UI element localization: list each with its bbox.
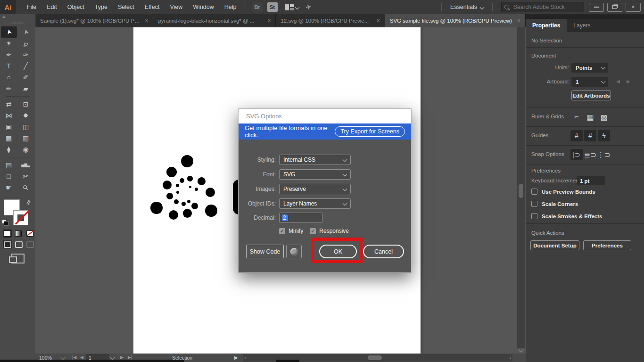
menu-item-edit[interactable]: Edit: [41, 0, 62, 14]
try-export-for-screens-button[interactable]: Try Export for Screens: [335, 126, 405, 137]
chevron-down-icon[interactable]: [295, 5, 299, 9]
scale-corners-checkbox[interactable]: [531, 201, 537, 207]
change-screen-mode-button[interactable]: [11, 254, 25, 263]
menu-item-view[interactable]: View: [165, 0, 188, 14]
use-preview-bounds-checkbox[interactable]: [531, 189, 537, 195]
pen-tool[interactable]: ✒: [1, 49, 17, 60]
document-tab-3[interactable]: 12.svg @ 100% (RGB/GPU Previe...×: [276, 14, 385, 27]
stock-button[interactable]: St: [267, 2, 278, 12]
first-artboard-icon[interactable]: |◀: [72, 355, 76, 360]
horizontal-scrollbar-thumb[interactable]: [368, 355, 382, 360]
search-input[interactable]: [512, 3, 571, 11]
scale-strokes-effects-checkbox[interactable]: [531, 213, 537, 219]
hand-tool[interactable]: ☛: [1, 182, 17, 193]
draw-behind-button[interactable]: [14, 240, 23, 248]
tab-close-icon[interactable]: ×: [145, 17, 148, 24]
menu-item-file[interactable]: File: [22, 0, 41, 14]
column-graph-tool[interactable]: ▅▇▃: [18, 159, 34, 171]
artboard-select-icon[interactable]: [110, 355, 115, 360]
magic-wand-tool[interactable]: ✶: [1, 38, 17, 49]
previous-artboard-icon[interactable]: ◀: [80, 355, 83, 360]
slice-tool[interactable]: ✂: [18, 171, 34, 182]
scroll-right-icon[interactable]: ›: [509, 355, 511, 361]
artboard-select[interactable]: 1: [571, 77, 608, 87]
grid-icon[interactable]: ▦: [584, 111, 596, 123]
puppet-warp-tool[interactable]: ✸: [18, 110, 34, 121]
width-tool[interactable]: ⋈: [1, 110, 17, 121]
type-tool[interactable]: T: [1, 60, 17, 72]
panel-grip[interactable]: ▪▪▪▪▪▪▪: [0, 21, 35, 26]
tab-close-icon[interactable]: ×: [377, 17, 380, 24]
menu-item-select[interactable]: Select: [113, 0, 140, 14]
share-icon[interactable]: ✈: [305, 2, 312, 12]
snap-to-grid-icon[interactable]: ≣⊃: [584, 149, 596, 160]
shaper-tool[interactable]: ✏: [1, 83, 17, 94]
none-button[interactable]: [25, 230, 34, 238]
perspective-grid-tool[interactable]: ◫: [18, 121, 34, 132]
ellipse-tool[interactable]: ○: [1, 72, 17, 83]
object-ids-select[interactable]: Layer Names: [279, 198, 351, 209]
edit-artboards-button[interactable]: Edit Artboards: [571, 90, 611, 100]
eyedropper-tool[interactable]: ⧫: [1, 144, 17, 155]
lock-guides-icon[interactable]: #: [584, 130, 596, 141]
symbol-sprayer-tool[interactable]: ▤: [1, 159, 17, 171]
document-setup-button[interactable]: Document Setup: [530, 240, 579, 250]
gradient-button[interactable]: [14, 230, 23, 238]
keyboard-increment-input[interactable]: 1 pt: [577, 176, 605, 185]
paintbrush-tool[interactable]: ✐: [18, 72, 34, 83]
responsive-checkbox[interactable]: ✓: [310, 228, 316, 234]
curvature-tool[interactable]: ✑: [18, 49, 34, 60]
last-artboard-icon[interactable]: ▶|: [128, 355, 132, 360]
restore-button[interactable]: [607, 3, 622, 12]
decimal-input[interactable]: 2: [279, 213, 322, 223]
vertical-scrollbar-thumb[interactable]: [519, 184, 523, 198]
swap-fill-stroke-icon[interactable]: ⇄: [25, 199, 33, 206]
zoom-tool[interactable]: ⚲: [18, 182, 34, 193]
document-tab-2[interactable]: pyramid-logo-black-horizontal.svg* @ ...…: [153, 14, 276, 27]
scroll-down-icon[interactable]: [519, 348, 523, 353]
blend-tool[interactable]: ◉: [18, 144, 34, 155]
next-artboard-icon[interactable]: ▶: [627, 79, 630, 84]
direct-selection-tool[interactable]: ➤: [18, 26, 34, 38]
document-tab-1[interactable]: Sample (1).svg* @ 100% (RGB/GPU Pre...×: [35, 14, 153, 27]
stroke-color-swatch[interactable]: [13, 210, 28, 225]
styling-select[interactable]: Internal CSS: [279, 155, 351, 165]
panel-tab-properties[interactable]: Properties: [526, 19, 567, 32]
zoom-select-icon[interactable]: [61, 355, 66, 360]
bridge-button[interactable]: Br: [252, 2, 263, 12]
menu-item-object[interactable]: Object: [62, 0, 90, 14]
panel-tab-layers[interactable]: Layers: [567, 19, 597, 32]
guides-icon[interactable]: #: [570, 130, 583, 141]
menu-item-window[interactable]: Window: [188, 0, 219, 14]
selection-tool[interactable]: ➤: [1, 26, 17, 38]
adobe-stock-search[interactable]: [501, 2, 584, 12]
line-segment-tool[interactable]: ╱: [18, 60, 34, 72]
draw-inside-button[interactable]: [25, 240, 34, 248]
shape-builder-tool[interactable]: ▣: [1, 121, 17, 132]
tab-close-icon[interactable]: ×: [517, 17, 520, 24]
images-select[interactable]: Preserve: [279, 184, 351, 194]
transparency-grid-icon[interactable]: ▩: [598, 111, 610, 123]
minify-checkbox[interactable]: ✓: [279, 228, 285, 234]
ruler-icon[interactable]: ⌐: [570, 111, 583, 123]
color-button[interactable]: [3, 230, 12, 238]
vertical-scrollbar[interactable]: [517, 27, 525, 348]
reflect-tool[interactable]: ⇄: [1, 99, 17, 110]
minimize-button[interactable]: [589, 3, 604, 12]
snap-to-pixel-icon[interactable]: |⊃: [570, 149, 583, 160]
status-flyout-icon[interactable]: ▶: [234, 355, 238, 360]
default-fill-stroke-icon[interactable]: [2, 219, 8, 225]
menu-item-type[interactable]: Type: [90, 0, 113, 14]
lasso-tool[interactable]: ℘: [18, 38, 34, 49]
web-preview-button[interactable]: [286, 245, 302, 258]
previous-artboard-icon[interactable]: ◀: [616, 79, 620, 84]
smart-guides-icon[interactable]: ϟ: [598, 130, 610, 141]
free-transform-tool[interactable]: ⊡: [18, 99, 34, 110]
tab-close-icon[interactable]: ×: [267, 17, 271, 24]
mesh-tool[interactable]: ▦: [1, 132, 17, 144]
show-code-button[interactable]: Show Code: [246, 245, 284, 258]
workspace-switcher[interactable]: Essentials: [446, 4, 488, 10]
scroll-left-icon[interactable]: ‹: [244, 355, 246, 361]
close-button[interactable]: ×: [626, 3, 641, 12]
preferences-button[interactable]: Preferences: [583, 240, 631, 250]
